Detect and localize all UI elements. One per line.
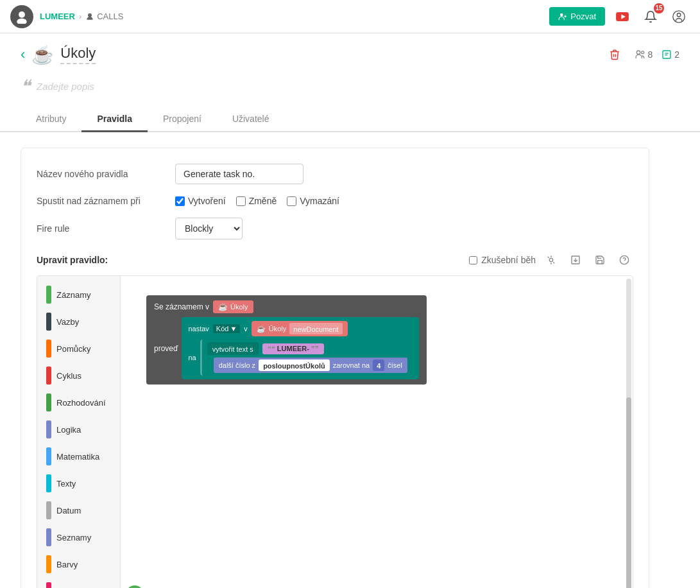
block-vytvorit-label: vytvořit text s [212, 345, 253, 353]
color-dot-rozhodovani [46, 393, 51, 411]
block-pad-num[interactable]: 4 [373, 359, 384, 371]
sidebar-item-datum[interactable]: Datum [37, 497, 120, 524]
block-newdocument[interactable]: newDocument [289, 323, 342, 334]
color-dot-matematika [46, 447, 51, 465]
block-vytvorit-text[interactable]: vytvořit text s ❝❝ LUMEER- ❞❞ [200, 340, 413, 376]
svg-point-1 [17, 18, 26, 23]
trigger-vymazani[interactable]: Vymazání [287, 196, 339, 206]
sidebar-label-matematika: Matematika [56, 452, 99, 462]
sidebar-item-promenne[interactable]: Proměnné [37, 578, 120, 588]
color-dot-datum [46, 501, 51, 519]
block-lumeer-str[interactable]: ❝❝ LUMEER- ❞❞ [262, 343, 324, 354]
color-dot-seznamy [46, 528, 51, 546]
trial-run-checkbox[interactable]: Zkušební běh [469, 255, 536, 265]
notification-wrap: 15 [640, 6, 662, 28]
block-dalsi-cislo[interactable]: další číslo z posloupnostÚkolů zarovnat … [214, 358, 407, 373]
block-collection-name: Úkoly [230, 303, 248, 311]
debug-button[interactable] [542, 251, 560, 269]
svg-point-0 [19, 11, 25, 17]
sidebar-label-vazby: Vazby [56, 317, 79, 327]
rule-name-row: Název nového pravidla [37, 164, 633, 184]
blocks-container: Se záznamem v ☕ Úkoly proveď [146, 295, 427, 385]
fire-rule-row: Fire rule Blockly [37, 218, 633, 239]
sidebar-label-pomucky: Pomůcky [56, 344, 90, 354]
tab-pravidla[interactable]: Pravidla [81, 107, 147, 132]
sidebar-item-cyklus[interactable]: Cyklus [37, 362, 120, 389]
sidebar-item-pomucky[interactable]: Pomůcky [37, 335, 120, 362]
description-placeholder[interactable]: Zadejte popis [37, 81, 94, 92]
nastav-row2: na vytvořit text s [188, 340, 413, 376]
block-main-wrapper[interactable]: Se záznamem v ☕ Úkoly proveď [146, 295, 427, 385]
blockly-canvas[interactable]: Se záznamem v ☕ Úkoly proveď [121, 276, 633, 588]
color-dot-zaznamy [46, 286, 51, 304]
blockly-area: Záznamy Vazby Pomůcky Cyklus Rozhodování [37, 275, 633, 588]
breadcrumb-chevron: › [79, 12, 81, 21]
color-dot-logika [46, 420, 51, 438]
sidebar-item-barvy[interactable]: Barvy [37, 551, 120, 578]
svg-point-11 [642, 51, 644, 54]
tab-uzivatele[interactable]: Uživatelé [217, 107, 285, 132]
color-dot-barvy [46, 555, 51, 573]
block-v-label: v [244, 325, 248, 333]
tab-atributy[interactable]: Atributy [21, 107, 81, 132]
svg-point-15 [549, 258, 552, 261]
trigger-vytvoreni[interactable]: Vytvoření [175, 196, 226, 206]
block-pad-label: zarovnat na [333, 361, 370, 369]
delete-collection-button[interactable] [604, 44, 626, 65]
block-inner: nastav Kód ▼ v ☕ [182, 317, 419, 379]
sidebar-label-cyklus: Cyklus [56, 371, 81, 381]
sidebar-item-matematika[interactable]: Matematika [37, 443, 120, 470]
download-button[interactable] [567, 251, 585, 269]
block-digits-label: čísel [388, 361, 402, 369]
navbar-right: Pozvat 15 [549, 6, 690, 28]
help-button[interactable] [615, 251, 633, 269]
sidebar-item-rozhodovani[interactable]: Rozhodování [37, 389, 120, 416]
blockly-scrollbar[interactable] [626, 279, 631, 588]
block-se-zaznamem: Se záznamem v [154, 302, 209, 311]
youtube-button[interactable] [611, 6, 633, 28]
tab-propojeni[interactable]: Propojení [148, 107, 217, 132]
sidebar-label-seznamy: Seznamy [56, 533, 91, 542]
block-pad-num-val: 4 [377, 362, 380, 370]
sidebar-item-vazby[interactable]: Vazby [37, 308, 120, 335]
breadcrumb-calls[interactable]: CALLS [85, 12, 123, 21]
page-title: Úkoly [60, 45, 96, 64]
trigger-zmene[interactable]: Změně [236, 196, 277, 206]
block-collection-badge[interactable]: ☕ Úkoly [213, 300, 253, 313]
svg-point-2 [88, 13, 92, 17]
block-ukoly-newdoc[interactable]: ☕ Úkoly newDocument [252, 321, 348, 336]
files-stat: 2 [662, 49, 679, 60]
sidebar-item-texty[interactable]: Texty [37, 470, 120, 497]
sidebar-item-seznamy[interactable]: Seznamy [37, 524, 120, 551]
fire-rule-select[interactable]: Blockly [175, 218, 243, 239]
blockly-scrollbar-thumb[interactable] [626, 397, 631, 588]
block-kod-dropdown[interactable]: Kód ▼ [213, 324, 240, 333]
color-dot-cyklus [46, 367, 51, 385]
block-vytvorit-label-bg: vytvořit text s [207, 342, 259, 355]
page-header-left: ‹ ☕ Úkoly [21, 44, 96, 65]
save-button[interactable] [591, 251, 609, 269]
rule-name-input[interactable] [175, 164, 303, 184]
sidebar-label-rozhodovani: Rozhodování [56, 398, 106, 408]
edit-rule-header: Upravit pravidlo: Zkušební běh [37, 251, 633, 269]
svg-point-10 [637, 51, 640, 54]
invite-button[interactable]: Pozvat [549, 7, 605, 26]
block-sequence-pill[interactable]: posloupnostÚkolů [259, 359, 330, 371]
sidebar-label-texty: Texty [56, 479, 76, 489]
user-menu-button[interactable] [668, 6, 690, 28]
block-proveď: proveď [154, 344, 178, 353]
nastav-row1: nastav Kód ▼ v ☕ [188, 321, 413, 336]
color-dot-vazby [46, 313, 51, 331]
trigger-label: Spustit nad záznamem při [37, 196, 165, 206]
edit-rule-label: Upravit pravidlo: [37, 255, 108, 265]
block-dalsi-label: další číslo z [219, 361, 255, 369]
breadcrumb-lumeer[interactable]: LUMEER [40, 12, 75, 21]
sidebar-item-zaznamy[interactable]: Záznamy [37, 281, 120, 308]
blockly-sidebar: Záznamy Vazby Pomůcky Cyklus Rozhodování [37, 276, 121, 588]
edit-pencil-button[interactable] [126, 585, 144, 588]
block-nastav[interactable]: nastav Kód ▼ v ☕ [182, 317, 419, 379]
description-area: ❝ Zadejte popis [0, 71, 700, 107]
block-nastav-label: nastav [188, 325, 209, 333]
sidebar-item-logika[interactable]: Logika [37, 416, 120, 443]
back-button[interactable]: ‹ [21, 46, 25, 63]
